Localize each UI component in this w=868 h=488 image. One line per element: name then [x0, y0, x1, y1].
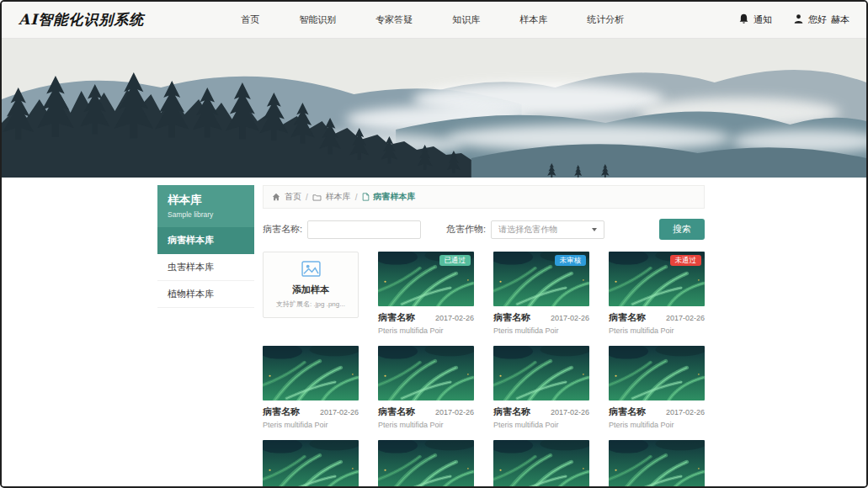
crop-select[interactable]: 请选择危害作物 — [491, 220, 604, 239]
sample-latin-name: Pteris multifida Poir — [493, 326, 589, 335]
header-right: 通知 您好 赫本 — [738, 13, 849, 26]
sidebar-header: 样本库 Sample library — [157, 185, 254, 227]
fern-photo — [378, 440, 474, 488]
sample-latin-name: Pteris multifida Poir — [609, 326, 705, 335]
sample-card[interactable]: 病害名称2017-02-26Pteris multifida Poir — [493, 440, 589, 488]
sample-date: 2017-02-26 — [666, 408, 705, 416]
bell-icon — [738, 13, 749, 26]
sample-name: 病害名称 — [378, 406, 415, 418]
hero-banner — [2, 39, 866, 178]
sample-card[interactable]: 病害名称2017-02-26Pteris multifida Poir — [609, 440, 705, 488]
sample-date: 2017-02-26 — [666, 314, 705, 322]
add-sample-hint: 支持扩展名: .jpg .png... — [276, 300, 345, 309]
sidebar-subtitle: Sample library — [168, 210, 244, 219]
sidebar-item-pest-samples[interactable]: 虫害样本库 — [157, 254, 254, 281]
sample-name: 病害名称 — [493, 406, 530, 418]
fern-photo — [493, 346, 589, 400]
add-sample-label: 添加样本 — [292, 284, 329, 296]
user-menu[interactable]: 您好 赫本 — [793, 13, 849, 26]
notifications-label: 通知 — [754, 13, 772, 26]
filter-bar: 病害名称: 危害作物: 请选择危害作物 搜索 — [263, 219, 705, 240]
sample-grid: 添加样本 支持扩展名: .jpg .png... — [263, 252, 705, 488]
chevron-down-icon — [592, 228, 597, 231]
sample-card[interactable]: 病害名称2017-02-26Pteris multifida Poir — [493, 346, 589, 429]
sample-image — [378, 440, 474, 488]
sample-image: 未审核 — [493, 252, 589, 306]
fern-photo — [609, 440, 705, 488]
sample-meta: 病害名称2017-02-26 — [263, 406, 359, 418]
sample-card[interactable]: 未审核病害名称2017-02-26Pteris multifida Poir — [493, 252, 589, 335]
sample-date: 2017-02-26 — [435, 408, 474, 416]
hero-image — [2, 39, 866, 178]
sample-card[interactable]: 已通过病害名称2017-02-26Pteris multifida Poir — [378, 252, 474, 335]
status-badge: 未审核 — [555, 255, 587, 266]
sample-name: 病害名称 — [493, 311, 530, 324]
crop-label: 危害作物: — [446, 223, 486, 236]
fern-photo — [609, 346, 705, 400]
main-panel: 首页 / 样本库 / 病害样本库 病害名称: 危害作物: 请选择危害作物 — [263, 185, 705, 488]
sample-name: 病害名称 — [609, 311, 646, 324]
add-sample-card[interactable]: 添加样本 支持扩展名: .jpg .png... — [263, 252, 359, 318]
sample-name: 病害名称 — [609, 406, 646, 418]
sample-image — [493, 346, 589, 400]
sample-card[interactable]: 病害名称2017-02-26Pteris multifida Poir — [263, 346, 359, 429]
nav-item-expert-qa[interactable]: 专家答疑 — [375, 13, 413, 26]
disease-name-label: 病害名称: — [263, 223, 302, 236]
sample-meta: 病害名称2017-02-26 — [609, 311, 705, 324]
sample-meta: 病害名称2017-02-26 — [609, 406, 705, 418]
file-icon — [362, 193, 370, 201]
sample-card[interactable]: 病害名称2017-02-26Pteris multifida Poir — [609, 346, 705, 429]
sample-image — [263, 440, 359, 488]
sample-meta: 病害名称2017-02-26 — [378, 311, 474, 324]
page-content: 样本库 Sample library 病害样本库 虫害样本库 植物样本库 首页 … — [2, 178, 866, 488]
breadcrumb-current: 病害样本库 — [374, 191, 416, 203]
sample-latin-name: Pteris multifida Poir — [378, 326, 474, 335]
sample-date: 2017-02-26 — [551, 408, 589, 416]
nav-item-recognition[interactable]: 智能识别 — [299, 13, 336, 26]
nav-item-sample-library[interactable]: 样本库 — [519, 13, 547, 26]
sample-meta: 病害名称2017-02-26 — [378, 406, 474, 418]
breadcrumb-separator: / — [355, 193, 358, 202]
disease-name-input[interactable] — [307, 220, 421, 239]
fern-photo — [493, 440, 589, 488]
sample-image: 已通过 — [378, 252, 474, 306]
folder-icon — [312, 194, 322, 201]
sample-card[interactable]: 病害名称2017-02-26Pteris multifida Poir — [263, 440, 359, 488]
sample-date: 2017-02-26 — [435, 314, 474, 322]
nav-item-statistics[interactable]: 统计分析 — [587, 13, 624, 26]
status-badge: 未通过 — [670, 255, 702, 266]
nav-item-home[interactable]: 首页 — [241, 13, 259, 26]
sample-date: 2017-02-26 — [551, 314, 589, 322]
sample-meta: 病害名称2017-02-26 — [493, 406, 589, 418]
breadcrumb: 首页 / 样本库 / 病害样本库 — [263, 185, 705, 209]
sample-latin-name: Pteris multifida Poir — [609, 421, 705, 429]
sample-card[interactable]: 病害名称2017-02-26Pteris multifida Poir — [378, 346, 474, 429]
sidebar-title: 样本库 — [168, 193, 244, 208]
user-name: 赫本 — [831, 13, 849, 26]
sample-latin-name: Pteris multifida Poir — [378, 421, 474, 429]
nav-item-knowledge-base[interactable]: 知识库 — [452, 13, 480, 26]
sample-image — [609, 346, 705, 400]
status-badge: 已通过 — [439, 255, 471, 266]
sample-meta: 病害名称2017-02-26 — [493, 311, 589, 324]
fern-photo — [378, 346, 474, 400]
home-icon — [272, 193, 280, 201]
sample-latin-name: Pteris multifida Poir — [263, 421, 359, 429]
breadcrumb-home[interactable]: 首页 — [285, 191, 301, 203]
user-icon — [793, 13, 804, 26]
sample-card[interactable]: 病害名称2017-02-26Pteris multifida Poir — [378, 440, 474, 488]
sidebar-item-disease-samples[interactable]: 病害样本库 — [157, 227, 254, 254]
sample-image — [263, 346, 359, 400]
sample-name: 病害名称 — [378, 311, 415, 324]
sidebar-item-plant-samples[interactable]: 植物样本库 — [157, 281, 254, 308]
breadcrumb-sample-library[interactable]: 样本库 — [326, 191, 351, 203]
sample-card[interactable]: 未通过病害名称2017-02-26Pteris multifida Poir — [609, 252, 705, 335]
crop-select-placeholder: 请选择危害作物 — [498, 224, 557, 236]
search-button[interactable]: 搜索 — [659, 219, 705, 240]
sample-name: 病害名称 — [263, 406, 300, 418]
app-logo[interactable]: AI智能化识别系统 — [19, 10, 144, 29]
notifications-button[interactable]: 通知 — [738, 13, 772, 26]
main-nav: 首页 智能识别 专家答疑 知识库 样本库 统计分析 — [241, 13, 624, 26]
sample-image — [493, 440, 589, 488]
top-navbar: AI智能化识别系统 首页 智能识别 专家答疑 知识库 样本库 统计分析 通知 您… — [2, 2, 866, 39]
